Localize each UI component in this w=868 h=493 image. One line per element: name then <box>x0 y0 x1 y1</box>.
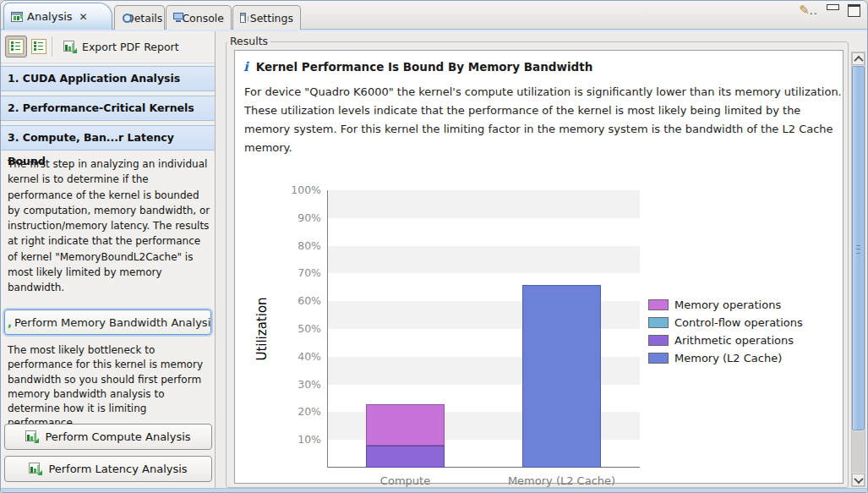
legend-label: Arithmetic operations <box>674 334 794 347</box>
results-group-label: Results <box>227 35 270 47</box>
perform-memory-bandwidth-analysis-button[interactable]: , Perform Memory Bandwidth Analysis <box>4 309 211 335</box>
export-pdf-report-button[interactable]: Export PDF Report <box>58 36 184 58</box>
step-performance-critical-kernels[interactable]: 2. Performance-Critical Kernels <box>1 96 215 121</box>
scrollbar-track[interactable] <box>852 431 865 473</box>
legend-item: Memory (L2 Cache) <box>648 349 803 367</box>
nvvp-analysis-window: Analysis ✕ Details Console Settings ✎.. <box>0 0 868 493</box>
y-tick-label: 20% <box>270 405 321 418</box>
window-bottom-strip <box>1 488 867 492</box>
results-panel: i Kernel Performance Is Bound By Memory … <box>234 50 843 484</box>
maximize-button[interactable] <box>848 4 860 17</box>
legend-swatch <box>648 317 669 328</box>
bar-segment <box>366 404 445 446</box>
legend-swatch <box>648 353 669 364</box>
bottleneck-hint-text: The most likely bottleneck to performanc… <box>8 343 213 431</box>
tab-label: Analysis <box>27 10 73 23</box>
pencil-icon[interactable]: ✎.. <box>799 4 818 17</box>
bar-segment <box>366 446 445 468</box>
legend-label: Memory (L2 Cache) <box>674 352 782 364</box>
list-icon <box>31 39 46 54</box>
settings-table-icon <box>240 13 246 23</box>
minimize-button[interactable] <box>827 4 839 10</box>
tab-analysis[interactable]: Analysis ✕ <box>3 3 112 30</box>
legend-label: Memory operations <box>674 299 781 311</box>
chart-export-icon <box>63 41 77 53</box>
latency-button-label: Perform Latency Analysis <box>48 463 187 475</box>
bar-segment <box>522 285 601 468</box>
bandwidth-button-label: Perform Memory Bandwidth Analysis <box>14 316 211 329</box>
step-description-text: The first step in analyzing an individua… <box>8 156 210 296</box>
thumb-grip <box>856 245 860 254</box>
y-tick-label: 100% <box>270 184 321 196</box>
toolbar-separator <box>52 36 52 57</box>
perform-compute-analysis-button[interactable]: Perform Compute Analysis <box>4 424 212 450</box>
console-monitor-icon <box>173 13 177 23</box>
close-icon[interactable]: ✕ <box>79 11 88 23</box>
chevron-up-icon <box>854 55 863 64</box>
perform-latency-analysis-button[interactable]: Perform Latency Analysis <box>4 456 212 482</box>
step-cuda-application-analysis[interactable]: 1. CUDA Application Analysis <box>1 66 215 91</box>
export-pdf-label: Export PDF Report <box>82 41 179 53</box>
vertical-scrollbar[interactable] <box>851 52 865 487</box>
legend-label: Control-flow operations <box>674 316 803 329</box>
clipped-chart-icon: , <box>8 316 12 329</box>
compute-button-label: Perform Compute Analysis <box>45 430 190 443</box>
scrollbar-thumb[interactable] <box>852 66 865 430</box>
y-tick-label: 80% <box>270 239 321 252</box>
x-axis-label: Compute <box>334 474 478 487</box>
list-icon <box>8 39 24 54</box>
legend-item: Arithmetic operations <box>648 331 803 349</box>
analysis-mode-toggle-2[interactable] <box>28 36 50 58</box>
y-tick-label: 50% <box>270 322 321 335</box>
tab-label: Settings <box>250 12 293 25</box>
y-tick-label: 40% <box>270 350 321 363</box>
scroll-up-button[interactable] <box>852 52 865 65</box>
analysis-chart-icon <box>11 12 23 22</box>
chart-legend: Memory operationsControl-flow operations… <box>648 296 803 367</box>
legend-swatch <box>648 299 669 310</box>
chart-analysis-icon <box>25 430 39 443</box>
x-axis-label: Memory (L2 Cache) <box>490 474 634 487</box>
step-compute-bandwidth-latency-bound[interactable]: 3. Compute, Ban...r Latency Bound <box>1 125 215 151</box>
chart-analysis-icon <box>29 463 42 475</box>
scroll-down-button[interactable] <box>852 474 865 486</box>
legend-swatch <box>648 335 669 346</box>
y-tick-label: 10% <box>270 433 321 446</box>
y-tick-label: 60% <box>270 294 321 307</box>
tab-settings[interactable]: Settings <box>232 5 301 30</box>
legend-item: Memory operations <box>648 296 803 314</box>
y-tick-label: 70% <box>270 266 321 279</box>
analysis-steps-panel: Export PDF Report 1. CUDA Application An… <box>1 31 216 489</box>
tab-console[interactable]: Console <box>166 5 232 30</box>
chevron-down-icon <box>854 474 863 483</box>
y-axis-label: Utilization <box>254 297 270 360</box>
tab-details[interactable]: Details <box>114 5 165 30</box>
utilization-bar-chart: 10%20%30%40%50%60%70%80%90%100%Utilizati… <box>235 51 843 483</box>
legend-item: Control-flow operations <box>648 314 803 331</box>
left-toolbar: Export PDF Report <box>1 31 215 63</box>
y-tick-label: 30% <box>270 378 321 391</box>
tab-label: Console <box>182 12 224 25</box>
view-tab-bar: Analysis ✕ Details Console Settings ✎.. <box>1 1 867 30</box>
analysis-mode-toggle-1[interactable] <box>5 36 27 58</box>
y-tick-label: 90% <box>270 211 321 224</box>
